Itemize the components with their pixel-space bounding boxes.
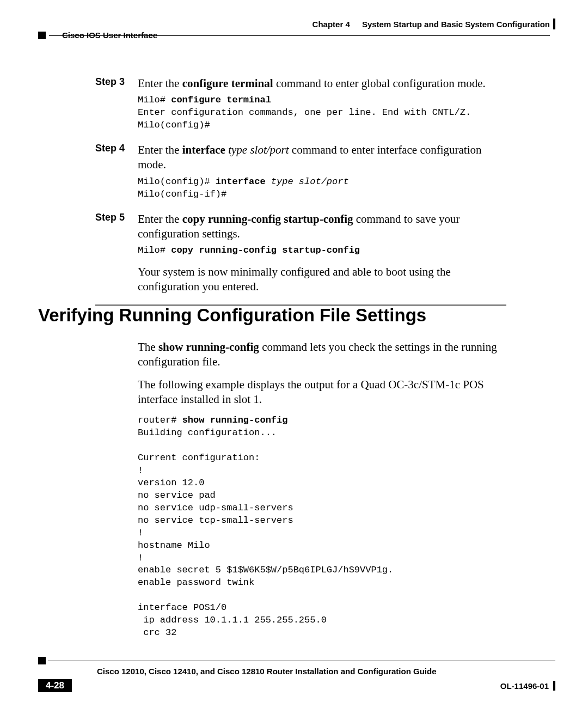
chapter-label: Chapter 4 bbox=[313, 20, 350, 29]
output: Building configuration... Current config… bbox=[138, 428, 393, 638]
header-bar-icon bbox=[553, 19, 555, 29]
step-5: Step 5 Enter the copy running-config sta… bbox=[95, 212, 506, 242]
text: command to enter global configuration mo… bbox=[273, 77, 486, 90]
content-area: Step 3 Enter the configure terminal comm… bbox=[95, 76, 506, 306]
footer-bottom: 4-28 OL-11496-01 bbox=[38, 679, 555, 692]
argument: type slot/port bbox=[225, 143, 289, 156]
command: show running-config bbox=[158, 340, 259, 353]
cmd: interface bbox=[216, 176, 266, 187]
cmd: show running-config bbox=[182, 415, 288, 425]
arg: type slot/port bbox=[266, 176, 349, 187]
cmd: copy running-config startup-config bbox=[171, 245, 360, 255]
footer: Cisco 12010, Cisco 12410, and Cisco 1281… bbox=[38, 657, 555, 692]
running-header: Chapter 4 System Startup and Basic Syste… bbox=[38, 20, 550, 29]
step-label: Step 4 bbox=[95, 143, 138, 173]
prompt: Milo(config)# bbox=[138, 176, 216, 187]
code-block: Milo(config)# interface type slot/port M… bbox=[138, 176, 506, 201]
command: configure terminal bbox=[182, 77, 273, 90]
code-block: Milo# configure terminal Enter configura… bbox=[138, 94, 506, 132]
square-icon bbox=[38, 657, 46, 664]
step-label: Step 3 bbox=[95, 76, 138, 91]
step-3: Step 3 Enter the configure terminal comm… bbox=[95, 76, 506, 91]
step-body: Enter the configure terminal command to … bbox=[138, 76, 506, 91]
paragraph: The show running-config command lets you… bbox=[138, 340, 506, 370]
paragraph: The following example displays the outpu… bbox=[138, 377, 506, 407]
square-icon bbox=[38, 32, 46, 39]
step-4: Step 4 Enter the interface type slot/por… bbox=[95, 143, 506, 173]
page: Chapter 4 System Startup and Basic Syste… bbox=[0, 0, 588, 714]
step-label: Step 5 bbox=[95, 212, 138, 242]
section-heading: Verifying Running Configuration File Set… bbox=[38, 305, 426, 326]
prompt: router# bbox=[138, 415, 182, 425]
prompt: Milo# bbox=[138, 95, 171, 105]
chapter-title: System Startup and Basic System Configur… bbox=[362, 20, 550, 29]
section-body: The show running-config command lets you… bbox=[138, 340, 506, 639]
guide-title: Cisco 12010, Cisco 12410, and Cisco 1281… bbox=[97, 667, 555, 676]
page-number: 4-28 bbox=[38, 679, 72, 692]
closing-paragraph: Your system is now minimally configured … bbox=[138, 265, 506, 295]
subheader-text: Cisco IOS User Interface bbox=[62, 30, 157, 40]
rule-icon bbox=[48, 661, 555, 661]
prompt: Milo(config)# bbox=[138, 120, 210, 130]
text: Enter the bbox=[138, 143, 182, 156]
bar-icon bbox=[553, 681, 555, 691]
command: interface bbox=[182, 143, 225, 156]
prompt: Milo(config-if)# bbox=[138, 189, 226, 199]
output: Enter configuration commands, one per li… bbox=[138, 107, 471, 118]
prompt: Milo# bbox=[138, 245, 171, 255]
step-body: Enter the copy running-config startup-co… bbox=[138, 212, 506, 242]
step-body: Enter the interface type slot/port comma… bbox=[138, 143, 506, 173]
text: The bbox=[138, 340, 158, 353]
text: Enter the bbox=[138, 77, 182, 90]
footer-rule-row bbox=[38, 657, 555, 664]
text: Enter the bbox=[138, 212, 182, 225]
code-block: router# show running-config Building con… bbox=[138, 414, 506, 639]
doc-id: OL-11496-01 bbox=[500, 681, 549, 691]
command: copy running-config startup-config bbox=[182, 212, 353, 225]
cmd: configure terminal bbox=[171, 95, 271, 105]
code-block: Milo# copy running-config startup-config bbox=[138, 245, 506, 257]
